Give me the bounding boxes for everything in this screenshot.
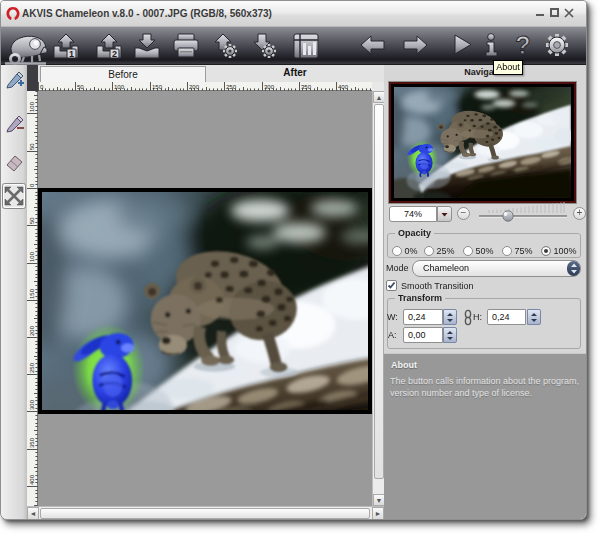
svg-text:350: 350 bbox=[301, 84, 312, 90]
svg-text:150: 150 bbox=[29, 288, 35, 299]
svg-text:300: 300 bbox=[264, 84, 275, 90]
svg-text:400: 400 bbox=[338, 84, 349, 90]
svg-text:1: 1 bbox=[69, 49, 74, 59]
svg-text:200: 200 bbox=[29, 325, 35, 336]
svg-text:50: 50 bbox=[77, 84, 84, 90]
svg-text:?: ? bbox=[515, 31, 530, 59]
svg-text:0: 0 bbox=[40, 84, 44, 90]
svg-text:250: 250 bbox=[29, 362, 35, 373]
svg-text:50: 50 bbox=[29, 143, 35, 150]
svg-text:2: 2 bbox=[112, 49, 117, 59]
svg-text:100: 100 bbox=[114, 84, 125, 90]
svg-text:150: 150 bbox=[152, 84, 163, 90]
svg-text:50: 50 bbox=[29, 217, 35, 224]
svg-text:0: 0 bbox=[29, 183, 35, 187]
svg-text:100: 100 bbox=[29, 251, 35, 262]
svg-text:300: 300 bbox=[29, 399, 35, 410]
svg-text:400: 400 bbox=[29, 474, 35, 485]
svg-text:350: 350 bbox=[29, 437, 35, 448]
svg-text:100: 100 bbox=[29, 101, 35, 112]
svg-text:250: 250 bbox=[226, 84, 237, 90]
svg-text:200: 200 bbox=[189, 84, 200, 90]
